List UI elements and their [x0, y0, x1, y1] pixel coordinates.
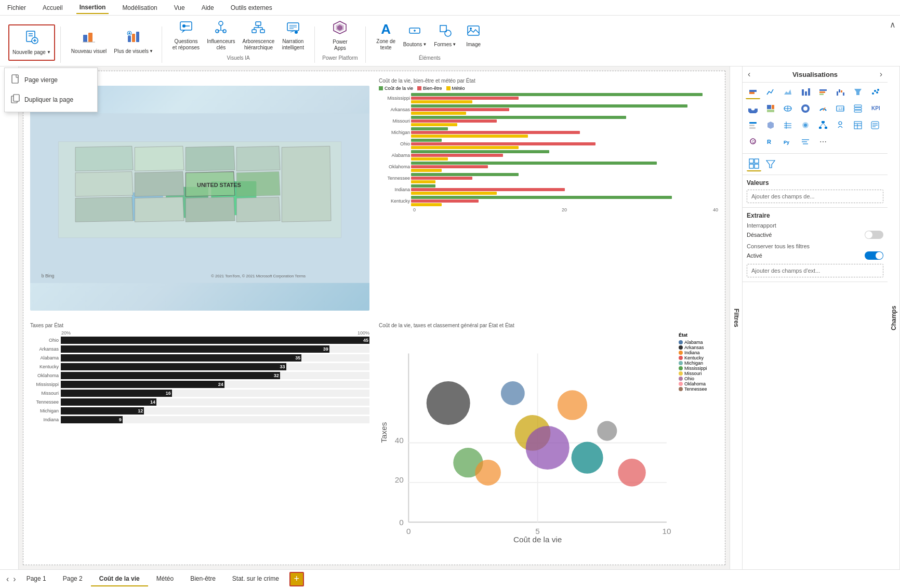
ribbon-group-power-platform: PowerApps Power Platform	[318, 18, 362, 63]
nouvelle-page-button[interactable]: Nouvelle page ▼	[8, 24, 55, 61]
nouveau-visuel-button[interactable]: Nouveau visuel	[68, 24, 110, 61]
viz-table[interactable]	[851, 118, 865, 132]
map-placeholder: UNITED STATES b Bing © 2021 TomTom, © 20…	[30, 86, 369, 311]
viz-card[interactable]: 123	[833, 101, 848, 116]
svg-rect-152	[749, 159, 753, 163]
valeurs-title: Valeurs	[747, 179, 883, 186]
menu-outils-externes[interactable]: Outils externes	[228, 2, 275, 14]
tab-page2[interactable]: Page 2	[55, 572, 91, 586]
conserver-toggle[interactable]	[865, 251, 883, 260]
menu-aide[interactable]: Aide	[198, 2, 217, 14]
viz-more-icons[interactable]: ⋯	[816, 135, 830, 149]
viz-scatter[interactable]	[868, 85, 882, 99]
tab-next-button[interactable]: ›	[11, 572, 18, 586]
conserver-state-label: Activé	[747, 252, 762, 259]
viz-python[interactable]: Py	[780, 135, 795, 149]
svg-rect-131	[822, 121, 825, 123]
bubble-legend-title: État	[679, 332, 716, 338]
gbar-oklahoma: Oklahoma	[379, 162, 718, 172]
tab-prev-button[interactable]: ‹	[4, 572, 11, 586]
viz-filter-icon[interactable]	[763, 157, 778, 171]
viz-kpi[interactable]: KPI	[868, 101, 882, 116]
viz-treemap[interactable]	[763, 101, 778, 116]
grouped-bar-legend: Coût de la vie Bien-être Météo	[379, 86, 718, 91]
viz-panel-title: Visualisations	[792, 71, 838, 78]
menu-modelisation[interactable]: Modélisation	[119, 2, 160, 14]
zone-texte-label: Zone detexte	[376, 38, 395, 51]
menu-insertion[interactable]: Insertion	[76, 2, 109, 14]
svg-line-135	[823, 123, 826, 127]
viz-r-script[interactable]: R	[763, 135, 778, 149]
svg-rect-155	[755, 164, 759, 168]
viz-funnel[interactable]	[851, 85, 865, 99]
viz-line-chart[interactable]	[763, 85, 778, 99]
interrapport-row: Désactivé	[747, 231, 883, 239]
tab-page1[interactable]: Page 1	[18, 572, 55, 586]
tab-stat-crime[interactable]: Stat. sur le crime	[224, 572, 287, 586]
svg-rect-98	[837, 91, 838, 96]
narration-button[interactable]: Narrationintelligent	[279, 18, 307, 54]
viz-azure-map[interactable]	[798, 118, 813, 132]
viz-map[interactable]	[780, 101, 795, 116]
viz-gauge[interactable]	[816, 101, 830, 116]
viz-smart-narrative[interactable]	[868, 118, 882, 132]
interrapport-toggle[interactable]	[865, 231, 883, 239]
viz-waterfall[interactable]	[833, 85, 848, 99]
viz-hierarchy[interactable]	[798, 135, 813, 149]
influenceurs-label: Influenceursclés	[207, 38, 235, 51]
arborescence-button[interactable]: Arborescencehiérarchique	[240, 18, 278, 54]
report-canvas[interactable]: Coût de la vie par Etat	[23, 71, 725, 565]
viz-pie[interactable]	[746, 101, 760, 116]
fields-panel-label[interactable]: Champs	[888, 66, 900, 569]
panel-next-button[interactable]: ›	[878, 69, 884, 80]
viz-decomp-tree[interactable]	[816, 118, 830, 132]
viz-grid-icon[interactable]	[747, 157, 761, 171]
svg-rect-122	[749, 122, 757, 124]
tab-meteo[interactable]: Météo	[148, 572, 182, 586]
viz-slicer[interactable]	[746, 118, 760, 132]
viz-bar-chart[interactable]	[798, 85, 813, 99]
influenceurs-button[interactable]: Influenceursclés	[204, 18, 238, 54]
power-apps-button[interactable]: PowerApps	[326, 18, 354, 54]
viz-area-chart[interactable]	[780, 85, 795, 99]
add-page-button[interactable]: +	[289, 572, 304, 586]
viz-qa[interactable]: Q	[746, 135, 760, 149]
menu-accueil[interactable]: Accueil	[39, 2, 66, 14]
plus-visuels-button[interactable]: Plus de visuels ▼	[111, 24, 156, 61]
filters-panel-label[interactable]: Filtres	[730, 66, 742, 569]
svg-rect-97	[819, 93, 824, 95]
image-button[interactable]: Image	[460, 18, 486, 54]
viz-ribbon[interactable]	[816, 85, 830, 99]
grouped-bar-chart-box[interactable]: Coût de la vie, bien-être et météo par É…	[374, 73, 723, 318]
add-values-button[interactable]: Ajouter des champs de...	[747, 190, 883, 203]
viz-filled-map[interactable]	[763, 118, 778, 132]
formes-button[interactable]: Formes ▼	[431, 18, 459, 54]
bar-chart-box[interactable]: Taxes par État 20% 100% Ohio 45	[25, 318, 374, 563]
viz-stacked-bar[interactable]	[746, 85, 760, 99]
questions-reponses-button[interactable]: Questionset réponses	[169, 18, 203, 54]
svg-point-16	[182, 24, 186, 28]
ribbon-collapse-button[interactable]: ∧	[890, 20, 896, 30]
viz-multirow-card[interactable]	[851, 101, 865, 116]
svg-rect-110	[767, 110, 774, 112]
menu-vue[interactable]: Vue	[171, 2, 188, 14]
svg-rect-100	[841, 90, 842, 92]
svg-rect-118	[854, 105, 862, 107]
dupliquer-page-item[interactable]: Dupliquer la page	[5, 90, 97, 110]
zone-texte-button[interactable]: A Zone detexte	[373, 18, 399, 54]
elements-group-label: Éléments	[419, 55, 441, 61]
tab-bien-etre[interactable]: Bien-être	[182, 572, 224, 586]
arborescence-label: Arborescencehiérarchique	[243, 38, 275, 51]
right-panel: ‹ Visualisations ›	[742, 66, 888, 569]
panel-prev-button[interactable]: ‹	[746, 69, 752, 80]
add-ext-button[interactable]: Ajouter des champs d'ext...	[747, 264, 883, 277]
page-vierge-item[interactable]: Page vierge	[5, 70, 97, 90]
tab-cout-vie[interactable]: Coût de la vie	[91, 572, 148, 586]
boutons-button[interactable]: Boutons ▼	[400, 18, 430, 54]
bubble-chart-box[interactable]: Coût de la vie, taxes et classement géné…	[374, 318, 723, 563]
viz-matrix[interactable]	[780, 118, 795, 132]
plus-visuels-label: Plus de visuels ▼	[114, 48, 153, 55]
viz-donut[interactable]	[798, 101, 813, 116]
viz-key-influencers[interactable]	[833, 118, 848, 132]
menu-fichier[interactable]: Fichier	[4, 2, 29, 14]
